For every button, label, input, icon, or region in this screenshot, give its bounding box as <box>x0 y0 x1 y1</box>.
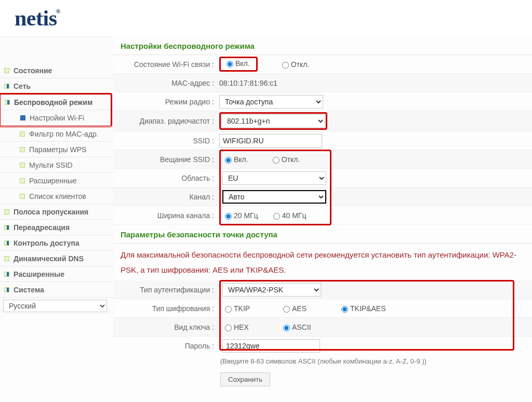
sidebar-item-access[interactable]: Контроль доступа <box>0 235 113 251</box>
radio-tkipaes[interactable]: TKIP&AES <box>339 304 385 313</box>
box-icon <box>4 225 9 230</box>
label-width: Ширина канала : <box>113 211 217 220</box>
content: Настройки беспроводного режима Состояние… <box>113 36 532 397</box>
input-ssid[interactable] <box>219 134 322 148</box>
sidebar-item-label: Расширенные <box>29 177 77 185</box>
radio-wifi-off[interactable]: Откл. <box>280 60 310 69</box>
sidebar-sub-advanced[interactable]: Расширенные <box>0 173 113 189</box>
radio-label: HEX <box>234 323 249 331</box>
sidebar-item-label: Настройки Wi-Fi <box>30 114 84 122</box>
sidebar-item-bandwidth[interactable]: Полоса пропускания <box>0 204 113 220</box>
sidebar-sub-wifi-settings[interactable]: Настройки Wi-Fi <box>1 110 111 126</box>
box-icon <box>4 272 9 277</box>
security-note: Для максимальной безопасности беспроводн… <box>113 244 532 280</box>
sidebar-item-ddns[interactable]: Динамический DNS <box>0 251 113 266</box>
label-band: Диапаз. радиочастот : <box>113 117 217 125</box>
radio-label: Откл. <box>291 60 310 69</box>
box-icon <box>4 256 9 261</box>
sidebar-item-advanced[interactable]: Расширенные <box>0 266 113 282</box>
radio-label: TKIP&AES <box>350 304 385 313</box>
sidebar-item-label: Контроль доступа <box>14 239 79 247</box>
sidebar-sub-mac-filter[interactable]: Фильтр по MAC-адр. <box>0 126 113 142</box>
sidebar-sub-wps[interactable]: Параметры WPS <box>0 142 113 157</box>
radio-label: 40 МГц <box>282 211 307 220</box>
box-icon <box>4 209 9 215</box>
radio-ascii[interactable]: ASCII <box>281 323 311 331</box>
box-icon <box>20 194 25 199</box>
radio-label: ASCII <box>292 323 311 331</box>
radio-broadcast-off[interactable]: Откл. <box>270 155 300 164</box>
label-channel: Канал : <box>113 193 217 201</box>
section-title-security: Параметры безопасности точки доступа <box>113 225 532 244</box>
sidebar-item-label: Переадресация <box>14 223 70 232</box>
select-region[interactable]: EU <box>222 171 326 185</box>
label-mac: MAC-адрес : <box>113 79 217 87</box>
box-icon <box>20 178 25 183</box>
sidebar-item-network[interactable]: Сеть <box>0 78 113 94</box>
sidebar-item-label: Состояние <box>14 66 52 75</box>
label-radio-mode: Режим радио : <box>113 98 217 106</box>
label-region: Область : <box>113 174 217 182</box>
label-enc: Тип шифрования : <box>113 304 217 313</box>
box-icon <box>20 147 25 152</box>
label-broadcast: Вещание SSID : <box>113 155 217 164</box>
select-radio-mode[interactable]: Точка доступа <box>219 95 323 109</box>
square-icon <box>20 115 25 120</box>
select-channel[interactable]: Авто <box>222 190 326 204</box>
radio-label: Откл. <box>282 155 300 164</box>
radio-aes[interactable]: AES <box>281 304 338 313</box>
sidebar-sub-multi-ssid[interactable]: Мульти SSID <box>0 157 113 173</box>
input-password[interactable] <box>222 339 320 353</box>
header: netis® <box>0 0 532 36</box>
radio-40mhz[interactable]: 40 МГц <box>271 211 307 220</box>
sidebar-item-label: Мульти SSID <box>29 161 73 169</box>
label-auth: Тип аутентификации : <box>113 286 217 294</box>
radio-label: 20 МГц <box>234 211 258 220</box>
sidebar-item-label: Список клиентов <box>29 192 86 200</box>
password-hint: (Введите 8-63 символов ASCII (любые комб… <box>113 355 532 368</box>
sidebar-item-label: Сеть <box>14 82 31 90</box>
sidebar-item-system[interactable]: Система <box>0 282 113 298</box>
radio-wifi-on[interactable]: Вкл. <box>224 59 250 68</box>
sidebar-item-label: Система <box>14 286 44 294</box>
save-button[interactable]: Сохранить <box>220 372 270 386</box>
label-keytype: Вид ключа : <box>113 323 217 331</box>
label-password: Пароль : <box>113 342 217 350</box>
mac-value: 08:10:17:81:96:c1 <box>219 79 277 87</box>
sidebar-item-label: Расширенные <box>14 270 64 278</box>
box-icon <box>4 84 9 89</box>
box-icon <box>4 240 9 246</box>
radio-tkip[interactable]: TKIP <box>222 304 280 313</box>
radio-hex[interactable]: HEX <box>222 323 280 331</box>
radio-20mhz[interactable]: 20 МГц <box>222 211 258 220</box>
radio-label: TKIP <box>234 304 250 313</box>
label-wifi-state: Состояние Wi-Fi связи : <box>113 60 217 69</box>
sidebar-item-label: Полоса пропускания <box>14 208 88 216</box>
select-band[interactable]: 802.11b+g+n <box>221 114 325 128</box>
sidebar-item-wireless[interactable]: Беспроводной режим <box>1 95 111 110</box>
sidebar-item-label: Параметры WPS <box>29 145 86 154</box>
sidebar-sub-clients[interactable]: Список клиентов <box>0 189 113 204</box>
radio-label: Вкл. <box>234 155 248 164</box>
radio-label: AES <box>292 304 307 313</box>
sidebar-item-label: Фильтр по MAC-адр. <box>29 130 99 138</box>
sidebar-item-status[interactable]: Состояние <box>0 63 113 78</box>
radio-label: Вкл. <box>235 59 250 68</box>
box-icon <box>4 68 9 73</box>
sidebar-item-label: Динамический DNS <box>14 254 84 263</box>
sidebar-item-forwarding[interactable]: Переадресация <box>0 220 113 235</box>
label-ssid: SSID : <box>113 137 217 145</box>
box-icon <box>20 163 25 168</box>
sidebar: Состояние Сеть Беспроводной режим Настро… <box>0 36 113 314</box>
select-auth[interactable]: WPA/WPA2-PSK <box>222 283 321 297</box>
section-title-wireless: Настройки беспроводного режима <box>113 36 532 55</box>
box-icon <box>4 287 9 292</box>
sidebar-item-label: Беспроводной режим <box>14 98 92 106</box>
logo: netis® <box>15 6 61 31</box>
language-select[interactable]: Русский <box>3 300 107 312</box>
box-icon <box>20 131 25 137</box>
radio-broadcast-on[interactable]: Вкл. <box>222 155 248 164</box>
box-icon <box>5 100 10 105</box>
